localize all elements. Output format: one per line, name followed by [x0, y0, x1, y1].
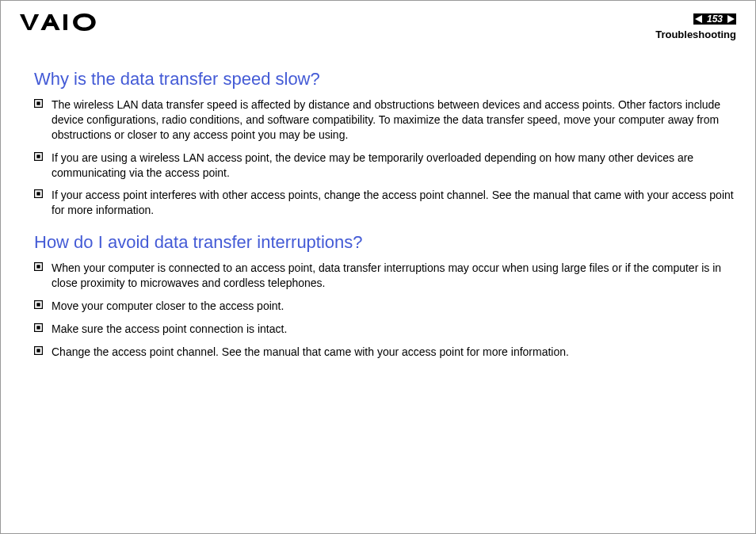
bullet-icon: [34, 152, 52, 161]
item-text: The wireless LAN data transfer speed is …: [52, 97, 736, 143]
next-page-icon[interactable]: [727, 15, 735, 23]
item-text: Make sure the access point connection is…: [52, 322, 736, 337]
svg-rect-6: [36, 193, 40, 196]
item-text: If you are using a wireless LAN access p…: [52, 151, 736, 181]
item-text: When your computer is connected to an ac…: [52, 261, 736, 291]
heading-1: Why is the data transfer speed slow?: [34, 69, 736, 90]
page-header: 153 Troubleshooting: [20, 12, 736, 39]
svg-rect-12: [36, 326, 40, 329]
page-container: 153 Troubleshooting Why is the data tran…: [0, 0, 756, 534]
svg-rect-8: [36, 265, 40, 269]
list-item: Change the access point channel. See the…: [34, 345, 736, 360]
vaio-logo: [20, 12, 98, 31]
svg-rect-2: [36, 101, 40, 105]
list-item: The wireless LAN data transfer speed is …: [34, 97, 736, 143]
section-title: Troubleshooting: [655, 29, 736, 40]
page-content: Why is the data transfer speed slow? The…: [20, 39, 736, 360]
bullet-icon: [34, 300, 52, 309]
list-1: The wireless LAN data transfer speed is …: [34, 97, 736, 218]
bullet-icon: [34, 189, 52, 198]
list-2: When your computer is connected to an ac…: [34, 261, 736, 359]
item-text: Change the access point channel. See the…: [52, 345, 736, 360]
item-text: Move your computer closer to the access …: [52, 299, 736, 314]
item-text: If your access point interferes with oth…: [52, 188, 736, 218]
prev-page-icon[interactable]: [695, 15, 702, 23]
svg-rect-14: [36, 349, 40, 352]
svg-rect-0: [63, 14, 67, 30]
header-nav: 153 Troubleshooting: [655, 12, 736, 40]
bullet-icon: [34, 346, 52, 355]
list-item: Move your computer closer to the access …: [34, 299, 736, 314]
list-item: When your computer is connected to an ac…: [34, 261, 736, 291]
svg-rect-4: [36, 154, 40, 158]
list-item: If your access point interferes with oth…: [34, 188, 736, 218]
bullet-icon: [34, 323, 52, 332]
list-item: If you are using a wireless LAN access p…: [34, 151, 736, 181]
page-number: 153: [707, 14, 723, 24]
page-number-widget[interactable]: 153: [693, 13, 736, 25]
bullet-icon: [34, 99, 52, 108]
svg-rect-10: [36, 303, 40, 306]
heading-2: How do I avoid data transfer interruptio…: [34, 232, 736, 253]
bullet-icon: [34, 262, 52, 271]
list-item: Make sure the access point connection is…: [34, 322, 736, 337]
